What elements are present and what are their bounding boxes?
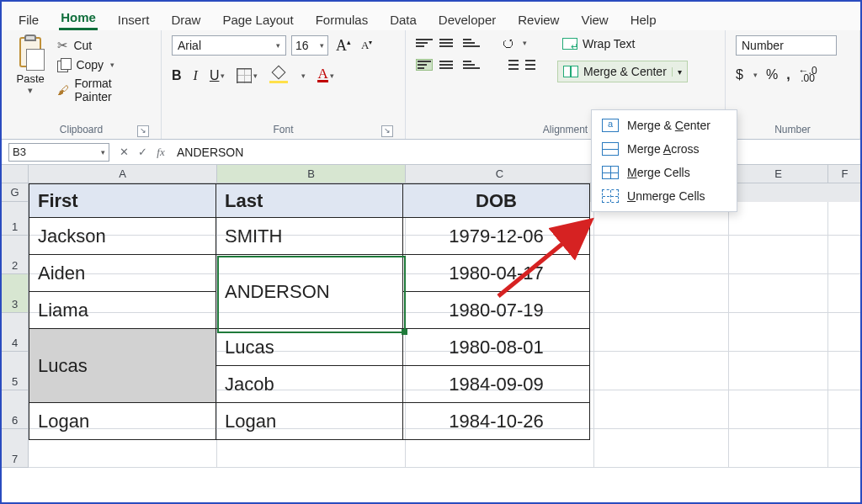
bold-button[interactable]: B — [172, 68, 182, 83]
increase-decimal-button[interactable]: ←.0.00 — [799, 67, 817, 82]
col-header-C[interactable]: C — [406, 165, 594, 183]
tab-view[interactable]: View — [579, 9, 609, 30]
group-title-font: Font ↘ — [172, 122, 395, 139]
row-header-1[interactable]: 1 — [2, 202, 29, 236]
align-center-button[interactable] — [439, 61, 456, 69]
fill-color-button[interactable] — [269, 67, 288, 83]
row-header-5[interactable]: 5 — [2, 352, 29, 390]
tab-insert[interactable]: Insert — [116, 9, 152, 30]
font-size-select[interactable]: 16 ▾ — [291, 35, 328, 56]
row-header-6[interactable]: 6 — [2, 390, 29, 429]
format-painter-label: Format Painter — [74, 77, 149, 103]
wrap-text-button[interactable]: Wrap Text — [557, 35, 688, 52]
italic-button[interactable]: I — [194, 68, 198, 83]
clipboard-dialog-launcher[interactable]: ↘ — [137, 125, 149, 137]
row-header-7[interactable]: 7 — [2, 429, 29, 468]
row-header-2[interactable]: 2 — [2, 236, 29, 274]
grow-font-button[interactable]: A▴ — [333, 37, 354, 55]
col-header-F[interactable]: F — [828, 165, 862, 183]
align-left-button[interactable] — [416, 59, 433, 71]
tab-review[interactable]: Review — [516, 9, 561, 30]
formula-value[interactable]: ANDERSON — [170, 146, 860, 159]
cell-B3-merged[interactable]: ANDERSON — [216, 255, 403, 329]
cell-A2[interactable]: Jackson — [29, 218, 216, 255]
font-name-select[interactable]: Arial ▾ — [172, 35, 286, 56]
col-header-G[interactable]: G — [2, 183, 29, 202]
copy-caret-icon[interactable]: ▾ — [110, 61, 114, 69]
menu-merge-across[interactable]: Merge Across — [592, 137, 737, 161]
cell-A7[interactable]: Logan — [29, 403, 216, 440]
cell-A4[interactable]: Liama — [29, 292, 216, 329]
cell-B2[interactable]: SMITH — [216, 218, 403, 255]
tab-data[interactable]: Data — [388, 9, 418, 30]
tab-help[interactable]: Help — [629, 9, 658, 30]
cut-button[interactable]: Cut — [56, 37, 151, 54]
cell-C7[interactable]: 1984-10-26 — [403, 403, 590, 440]
row-header-3[interactable]: 3 — [2, 274, 29, 313]
merge-center-caret[interactable]: ▾ — [672, 67, 682, 77]
number-format-value: Number — [742, 39, 784, 52]
cell-C3[interactable]: 1980-04-17 — [403, 255, 590, 292]
format-painter-button[interactable]: Format Painter — [56, 76, 151, 104]
align-middle-button[interactable] — [439, 39, 456, 47]
chevron-down-icon[interactable]: ▾ — [523, 39, 527, 47]
col-header-A[interactable]: A — [29, 165, 217, 183]
cancel-formula-button[interactable]: ✕ — [114, 146, 133, 158]
tab-page-layout[interactable]: Page Layout — [221, 9, 295, 30]
select-all-corner[interactable] — [2, 165, 29, 183]
comma-style-button[interactable]: , — [786, 67, 790, 82]
merge-center-split-button[interactable]: Merge & Center ▾ — [557, 61, 688, 82]
number-format-select[interactable]: Number — [736, 35, 837, 56]
menu-unmerge-cells[interactable]: Unmerge Cells — [592, 184, 737, 208]
percent-button[interactable]: % — [766, 67, 778, 82]
name-box[interactable]: B3 ▾ — [8, 143, 109, 162]
currency-button[interactable]: $ — [736, 67, 743, 82]
cell-C6[interactable]: 1984-09-09 — [403, 366, 590, 403]
cell-C4[interactable]: 1980-07-19 — [403, 292, 590, 329]
decrease-indent-button[interactable] — [502, 58, 519, 72]
col-header-B[interactable]: B — [217, 165, 406, 183]
cell-A3[interactable]: Aiden — [29, 255, 216, 292]
header-first[interactable]: First — [29, 184, 216, 218]
menu-merge-cells[interactable]: Merge Cells — [592, 161, 737, 184]
chevron-down-icon[interactable]: ▾ — [221, 72, 225, 80]
font-color-button[interactable]: A ▾ — [317, 68, 333, 82]
merge-icon — [563, 66, 578, 77]
align-top-button[interactable] — [416, 39, 433, 47]
chevron-down-icon[interactable]: ▾ — [301, 72, 306, 80]
paste-caret-icon[interactable]: ▾ — [12, 85, 49, 96]
cell-B7[interactable]: Logan — [216, 403, 403, 440]
increase-indent-button[interactable] — [525, 58, 542, 72]
tab-draw[interactable]: Draw — [169, 9, 202, 30]
header-dob[interactable]: DOB — [403, 184, 590, 218]
cell-B5[interactable]: Lucas — [216, 329, 403, 366]
chevron-down-icon[interactable]: ▾ — [330, 72, 334, 80]
shrink-font-button[interactable]: A▾ — [359, 39, 375, 52]
borders-button[interactable]: ▾ — [237, 68, 258, 83]
insert-function-button[interactable]: fx — [152, 146, 170, 159]
col-header-E[interactable]: E — [729, 165, 828, 183]
font-name-value: Arial — [178, 39, 201, 52]
tab-formulas[interactable]: Formulas — [314, 9, 370, 30]
font-dialog-launcher[interactable]: ↘ — [381, 125, 393, 137]
chevron-down-icon[interactable]: ▾ — [753, 71, 758, 79]
menu-merge-center[interactable]: Merge & Center — [592, 114, 737, 137]
cell-B6[interactable]: Jacob — [216, 366, 403, 403]
tab-home[interactable]: Home — [59, 7, 98, 30]
paste-button[interactable]: Paste ▾ — [12, 35, 49, 122]
align-bottom-button[interactable] — [463, 39, 480, 47]
cell-A5-merged[interactable]: Lucas — [29, 329, 216, 403]
tab-file[interactable]: File — [17, 9, 40, 30]
cell-C5[interactable]: 1980-08-01 — [403, 329, 590, 366]
chevron-down-icon[interactable]: ▾ — [253, 72, 258, 80]
cell-C2[interactable]: 1979-12-06 — [403, 218, 590, 255]
align-right-button[interactable] — [463, 61, 480, 69]
tab-developer[interactable]: Developer — [437, 9, 498, 30]
row-header-4[interactable]: 4 — [2, 313, 29, 352]
copy-button[interactable]: Copy ▾ — [56, 57, 151, 72]
scissors-icon — [57, 38, 68, 53]
underline-button[interactable]: U ▾ — [210, 68, 226, 83]
orientation-button[interactable] — [502, 35, 514, 50]
enter-formula-button[interactable]: ✓ — [133, 146, 152, 158]
header-last[interactable]: Last — [216, 184, 403, 218]
